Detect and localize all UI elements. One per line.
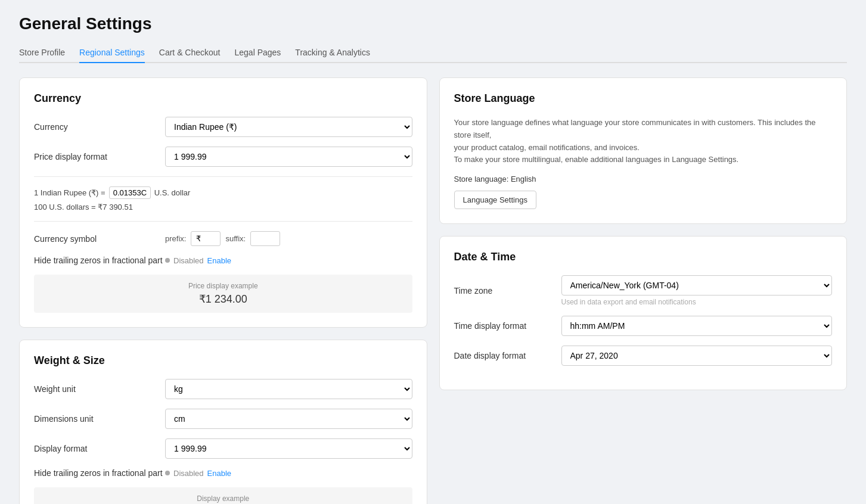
- price-display-control: 1 999.99 1,999.99 1.999,99: [165, 147, 412, 167]
- currency-select[interactable]: Indian Rupee (₹) US Dollar ($) Euro (€) …: [165, 117, 412, 137]
- currency-trailing-status: Disabled Enable: [165, 256, 231, 265]
- weight-size-card: Weight & Size Weight unit kg lbs oz g Di…: [19, 340, 427, 504]
- weight-disabled-text: Disabled: [173, 469, 204, 478]
- currency-enable-link[interactable]: Enable: [207, 256, 231, 265]
- language-settings-button[interactable]: Language Settings: [454, 191, 536, 209]
- weight-unit-control: kg lbs oz g: [165, 379, 412, 399]
- tab-cart-checkout[interactable]: Cart & Checkout: [159, 43, 221, 63]
- display-format-label: Display format: [34, 444, 165, 453]
- prefix-input[interactable]: [191, 231, 221, 246]
- weight-enable-link[interactable]: Enable: [207, 469, 231, 478]
- datetime-card: Date & Time Time zone America/New_York (…: [439, 236, 848, 390]
- conversion-prefix: 1 Indian Rupee (₹) =: [34, 188, 105, 197]
- currency-card-title: Currency: [34, 92, 412, 105]
- page-title: General Settings: [19, 14, 847, 33]
- store-language-card: Store Language Your store language defin…: [439, 77, 848, 224]
- conversion-line2: 100 U.S. dollars = ₹7 390.51: [34, 203, 133, 211]
- dimensions-unit-control: cm in ft mm: [165, 409, 412, 429]
- conversion-input[interactable]: [109, 186, 151, 199]
- date-format-select[interactable]: Apr 27, 2020 27 Apr 2020 04/27/2020 27/0…: [561, 346, 833, 366]
- weight-unit-row: Weight unit kg lbs oz g: [34, 379, 412, 399]
- price-display-row: Price display format 1 999.99 1,999.99 1…: [34, 147, 412, 167]
- timezone-control: America/New_York (GMT-04) UTC (GMT+00) A…: [561, 275, 833, 306]
- display-format-row: Display format 1 999.99 1,999.99 1.999,9…: [34, 438, 412, 459]
- main-grid: Currency Currency Indian Rupee (₹) US Do…: [19, 77, 847, 504]
- display-example-box: Display example 1 234.00 kg: [34, 487, 412, 504]
- timezone-label: Time zone: [454, 286, 561, 295]
- timezone-hint: Used in data export and email notificati…: [561, 298, 833, 306]
- price-example-value: ₹1 234.00: [41, 293, 405, 306]
- timezone-select[interactable]: America/New_York (GMT-04) UTC (GMT+00) A…: [561, 275, 833, 295]
- divider-1: [34, 176, 412, 177]
- store-language-desc: Your store language defines what languag…: [454, 117, 833, 166]
- weight-trailing-zeros-row: Hide trailing zeros in fractional part D…: [34, 468, 412, 478]
- date-format-control: Apr 27, 2020 27 Apr 2020 04/27/2020 27/0…: [561, 346, 833, 366]
- currency-trailing-zeros-row: Hide trailing zeros in fractional part D…: [34, 256, 412, 265]
- currency-symbol-label: Currency symbol: [34, 234, 165, 244]
- store-language-current-label: Store language:: [454, 175, 509, 183]
- store-lang-desc-line3: To make your store multilingual, enable …: [454, 155, 739, 164]
- weight-disabled-dot: [165, 471, 170, 475]
- divider-2: [34, 221, 412, 222]
- time-format-control: hh:mm AM/PM HH:mm hh:mm:ss AM/PM HH:mm:s…: [561, 316, 833, 336]
- prefix-label: prefix:: [165, 234, 186, 243]
- currency-trailing-zeros-label: Hide trailing zeros in fractional part: [34, 256, 165, 265]
- date-format-row: Date display format Apr 27, 2020 27 Apr …: [454, 346, 833, 366]
- timezone-row: Time zone America/New_York (GMT-04) UTC …: [454, 275, 833, 306]
- weight-unit-label: Weight unit: [34, 384, 165, 394]
- display-format-select[interactable]: 1 999.99 1,999.99 1.999,99: [165, 438, 412, 459]
- weight-unit-select[interactable]: kg lbs oz g: [165, 379, 412, 399]
- suffix-label: suffix:: [225, 234, 246, 243]
- dimensions-unit-row: Dimensions unit cm in ft mm: [34, 409, 412, 429]
- currency-control: Indian Rupee (₹) US Dollar ($) Euro (€) …: [165, 117, 412, 137]
- currency-card: Currency Currency Indian Rupee (₹) US Do…: [19, 77, 427, 328]
- store-language-current-value: English: [511, 175, 536, 183]
- tab-tracking-analytics[interactable]: Tracking & Analytics: [295, 43, 370, 63]
- left-column: Currency Currency Indian Rupee (₹) US Do…: [19, 77, 427, 504]
- weight-trailing-status: Disabled Enable: [165, 469, 231, 478]
- symbol-inputs: prefix: suffix:: [165, 231, 280, 246]
- datetime-title: Date & Time: [454, 251, 833, 263]
- currency-row: Currency Indian Rupee (₹) US Dollar ($) …: [34, 117, 412, 137]
- suffix-input[interactable]: [250, 231, 280, 246]
- currency-disabled-dot: [165, 258, 170, 263]
- right-column: Store Language Your store language defin…: [439, 77, 848, 390]
- currency-disabled-text: Disabled: [173, 256, 204, 265]
- time-format-row: Time display format hh:mm AM/PM HH:mm hh…: [454, 316, 833, 336]
- time-format-select[interactable]: hh:mm AM/PM HH:mm hh:mm:ss AM/PM HH:mm:s…: [561, 316, 833, 336]
- conversion-row-1: 1 Indian Rupee (₹) = U.S. dollar: [34, 186, 412, 199]
- store-lang-desc-line1: Your store language defines what languag…: [454, 118, 816, 139]
- currency-label: Currency: [34, 122, 165, 132]
- time-format-label: Time display format: [454, 321, 561, 331]
- date-format-label: Date display format: [454, 351, 561, 360]
- tab-legal-pages[interactable]: Legal Pages: [235, 43, 281, 63]
- price-display-label: Price display format: [34, 152, 165, 161]
- currency-symbol-row: Currency symbol prefix: suffix:: [34, 231, 412, 246]
- display-format-control: 1 999.99 1,999.99 1.999,99: [165, 438, 412, 459]
- store-lang-desc-line2: your product catalog, email notification…: [454, 143, 640, 152]
- dimensions-unit-label: Dimensions unit: [34, 414, 165, 424]
- page-wrapper: General Settings Store Profile Regional …: [0, 0, 866, 504]
- weight-trailing-zeros-label: Hide trailing zeros in fractional part: [34, 468, 165, 478]
- price-example-label: Price display example: [41, 282, 405, 290]
- conversion-suffix: U.S. dollar: [154, 188, 191, 197]
- price-example-box: Price display example ₹1 234.00: [34, 275, 412, 313]
- display-example-label: Display example: [41, 494, 405, 503]
- weight-size-title: Weight & Size: [34, 354, 412, 367]
- conversion-row-2: 100 U.S. dollars = ₹7 390.51: [34, 203, 412, 211]
- store-language-current: Store language: English: [454, 175, 833, 183]
- tab-regional-settings[interactable]: Regional Settings: [79, 43, 145, 63]
- tab-store-profile[interactable]: Store Profile: [19, 43, 65, 63]
- dimensions-unit-select[interactable]: cm in ft mm: [165, 409, 412, 429]
- store-language-title: Store Language: [454, 92, 833, 105]
- tab-nav: Store Profile Regional Settings Cart & C…: [19, 43, 847, 63]
- price-display-select[interactable]: 1 999.99 1,999.99 1.999,99: [165, 147, 412, 167]
